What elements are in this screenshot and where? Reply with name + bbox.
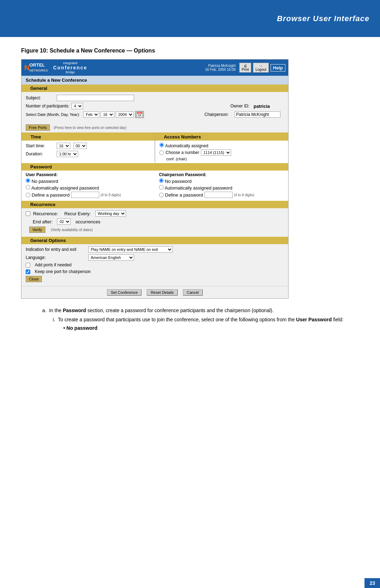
chairperson-label: Chairperson: [204, 112, 233, 117]
chair-auto-password-label: Automatically assigned password [165, 185, 232, 191]
number-select[interactable]: 1114 (1115) [201, 149, 231, 156]
user-password-bold: User Password [296, 317, 332, 322]
add-ports-checkbox[interactable] [26, 263, 30, 267]
time-form: Start time: 16 00 Duration: 1:00 hr [21, 141, 155, 161]
chair-password-label: Chairperson Password: [159, 172, 284, 177]
end-after-row: End after: 02 occurrences [33, 218, 284, 225]
access-form: Automatically assigned Choose a number 1… [155, 141, 289, 163]
owner-id-value: patricia [254, 104, 270, 109]
chair-define-password-radio[interactable] [159, 193, 164, 197]
logout-button[interactable]: → Logout [253, 63, 269, 73]
chair-define-password-label: Define a password [165, 192, 203, 198]
cancel-button[interactable]: Cancel [183, 289, 203, 296]
subject-input[interactable] [57, 95, 134, 101]
logout-icon: → [259, 64, 263, 68]
chair-auto-password-radio[interactable] [159, 185, 164, 190]
choose-number-label: Choose a number [166, 150, 199, 155]
print-label: Print [242, 68, 249, 72]
page-content: Figure 10: Schedule a New Conference — O… [0, 37, 380, 341]
occurrences-select[interactable]: 02 [57, 218, 71, 225]
user-password-label: User Password: [26, 172, 151, 177]
item-i-suffix: field: [332, 317, 343, 322]
define-password-radio[interactable] [26, 193, 30, 197]
define-password-label: Define a password [32, 192, 70, 198]
bottom-buttons: Set Conference Reset Details Cancel [21, 286, 288, 298]
define-password-radio-group: Define a password (4 to 8 digits) [26, 192, 151, 198]
page-number: 23 [365, 578, 380, 588]
help-button[interactable]: Help [271, 64, 285, 72]
set-conference-button[interactable]: Set Conference [107, 289, 141, 296]
chair-password-input[interactable] [204, 192, 233, 198]
close-button[interactable]: Close [26, 276, 42, 282]
no-password-radio-group: No password [26, 178, 151, 184]
start-hour-select[interactable]: 16 [57, 143, 70, 149]
nortel-networks: NETWORKS [29, 69, 48, 72]
keep-port-label: Keep one port for chairperson [35, 269, 91, 274]
nortel-logo: N ORTEL NETWORKS Integrated Conference B… [24, 61, 87, 74]
nortel-ortel: ORTEL [29, 62, 45, 68]
password-bold: Password [63, 308, 86, 313]
page-header: Browser User Interface [0, 0, 380, 37]
chair-no-password-label: No password [165, 179, 192, 184]
duration-label: Duration: [26, 151, 54, 156]
free-ports-button[interactable]: Free Ports [26, 124, 50, 131]
indication-label: Indication for entry and exit [26, 247, 86, 252]
user-date: 16 Feb. 2004 16:09 [205, 68, 236, 72]
verify-button[interactable]: Verify [29, 227, 45, 233]
language-select[interactable]: American English [88, 254, 134, 261]
free-ports-bar: Free Ports (Press here to view free port… [21, 123, 288, 132]
calendar-icon[interactable]: 📅 [135, 111, 144, 118]
time-label: Time [31, 134, 41, 140]
auto-assigned-radio[interactable] [159, 143, 164, 147]
chair-no-password-radio-group: No password [159, 178, 284, 184]
recur-every-select[interactable]: Working day [95, 210, 126, 217]
user-password-input[interactable] [71, 192, 99, 198]
auto-password-radio[interactable] [26, 185, 30, 190]
nortel-actions: 🖨 Print → Logout Help [239, 63, 285, 73]
auto-assigned-label: Automatically assigned [165, 143, 208, 148]
reset-details-button[interactable]: Reset Details [147, 289, 177, 296]
schedule-title: Schedule a New Conference [26, 78, 87, 83]
duration-row: Duration: 1:00 hr [26, 151, 150, 157]
date-label: Select Date (Month, Day, Year): [26, 112, 82, 117]
conf-chair-label: conf. (chair) [159, 157, 284, 161]
start-time-label: Start time: [26, 143, 54, 148]
chair-no-password-radio[interactable] [159, 178, 164, 183]
keep-port-row: Keep one port for chairperson [26, 269, 284, 274]
day-select[interactable]: 16 [101, 111, 114, 118]
schedule-header: Schedule a New Conference [21, 76, 288, 85]
password-form: User Password: No password Automatically… [21, 171, 288, 201]
access-label: Access Numbers [164, 134, 201, 140]
subject-label: Subject: [26, 95, 54, 100]
end-after-label: End after: [33, 219, 52, 224]
chairperson-input[interactable] [235, 111, 280, 118]
indication-select[interactable]: Play NAME on entry and NAME on exit [88, 246, 173, 253]
no-password-radio[interactable] [26, 178, 30, 183]
password-section: Password User Password: No password Auto… [21, 163, 288, 201]
month-select[interactable]: Feb [83, 111, 99, 118]
year-select[interactable]: 2004 [116, 111, 134, 118]
print-button[interactable]: 🖨 Print [239, 63, 252, 73]
language-label: Language: [26, 255, 86, 260]
password-section-header: Password [21, 163, 288, 171]
keep-port-checkbox[interactable] [26, 270, 30, 274]
list-item-i: i. To create a password that participant… [53, 317, 348, 322]
duration-select[interactable]: 1:00 hr [57, 151, 78, 157]
participants-label: Number of participants: [26, 104, 69, 109]
recurrence-checkbox[interactable] [26, 211, 30, 216]
general-options-label: General Options [30, 238, 66, 243]
chair-password-col: Chairperson Password: No password Automa… [155, 171, 288, 201]
logout-label: Logout [255, 68, 266, 72]
recurrence-label: Recurrence [30, 202, 56, 207]
bullet-no-password: No password [63, 325, 348, 331]
choose-number-radio[interactable] [159, 150, 164, 155]
conf-integrated: Integrated [53, 61, 87, 65]
start-min-select[interactable]: 00 [73, 143, 87, 149]
add-ports-row: Add ports if needed [26, 262, 284, 267]
chair-auto-password-radio-group: Automatically assigned password [159, 185, 284, 191]
auto-assigned-radio-group: Automatically assigned [159, 143, 284, 148]
participants-select[interactable]: 428 [71, 103, 83, 109]
recurrence-row: Recurrence: Recur Every: Working day [26, 210, 284, 217]
password-label: Password [30, 164, 52, 169]
recurrence-header: Recurrence [21, 201, 288, 208]
